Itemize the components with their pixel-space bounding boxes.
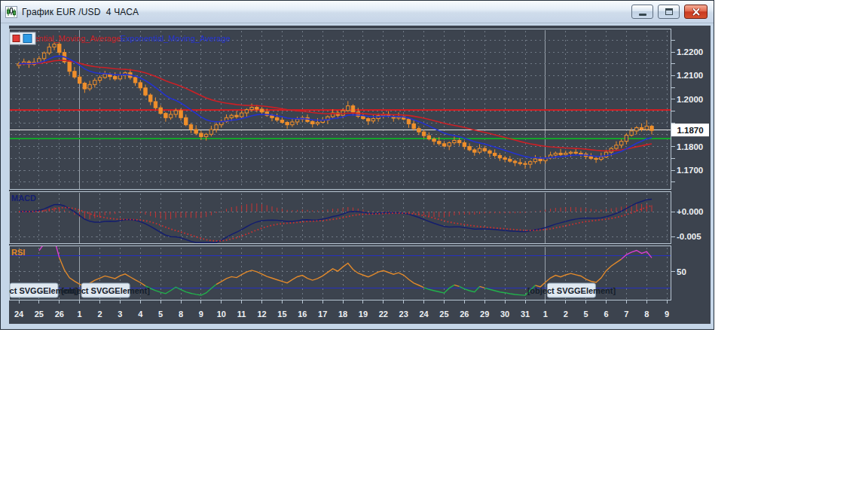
rsi-label: RSI (11, 248, 25, 257)
chart-client-area: MACD+0.000-0.005RSI501.22001.21001.20001… (1, 23, 714, 330)
x-axis-day-label: 22 (379, 310, 388, 319)
window-title: График EUR /USD 4 ЧАСА (22, 7, 139, 17)
price-axis-label: 1.1700 (677, 166, 703, 175)
x-axis-day-label: 9 (665, 310, 669, 319)
x-axis-day-label: 29 (480, 310, 489, 319)
x-axis-day-label: 8 (179, 310, 183, 319)
desktop-background: График EUR /USD 4 ЧАСА MACD+0.000-0.005R… (0, 0, 868, 488)
close-button[interactable] (684, 5, 708, 19)
x-axis-day-label: 4 (138, 310, 143, 319)
x-axis-day-label: 11 (237, 310, 246, 319)
candlestick-chart-icon (5, 6, 17, 18)
window-controls (631, 5, 709, 19)
macd-axis-label: +0.000 (677, 207, 704, 216)
month-button-label: [object SVGGElement] (527, 286, 616, 295)
x-axis-day-label: 24 (14, 310, 24, 319)
x-axis-day-label: 26 (460, 310, 469, 319)
x-axis-day-label: 7 (624, 310, 628, 319)
price-axis-label: 1.2000 (677, 95, 703, 104)
chart-background (9, 26, 711, 324)
x-axis-day-label: 5 (584, 310, 588, 319)
x-axis-day-label: 16 (298, 310, 307, 319)
x-axis-day-label: 15 (277, 310, 286, 319)
x-axis-day-label: 31 (521, 310, 530, 319)
x-axis-day-label: 18 (338, 310, 347, 319)
x-axis-day-label: 6 (604, 310, 608, 319)
x-axis-day-label: 2 (97, 310, 102, 319)
macd-axis-label: -0.005 (677, 232, 701, 241)
maximize-icon (665, 8, 673, 15)
ema-slow-toggle-button[interactable] (13, 35, 20, 42)
price-axis-label: 1.2200 (677, 47, 703, 56)
x-axis-day-label: 2 (564, 310, 568, 319)
x-axis-day-label: 12 (257, 310, 266, 319)
x-axis-day-label: 3 (118, 310, 122, 319)
x-axis-day-label: 8 (644, 310, 649, 319)
ema-fast-toggle-button[interactable] (23, 35, 32, 43)
x-axis-day-label: 24 (419, 310, 429, 319)
x-axis-day-label: 19 (359, 310, 368, 319)
minimize-button[interactable] (631, 5, 653, 19)
rsi-axis-label: 50 (677, 267, 686, 276)
close-icon (692, 8, 701, 16)
macd-label: MACD (11, 194, 36, 203)
x-axis-day-label: 1 (543, 310, 548, 319)
chart-window: График EUR /USD 4 ЧАСА MACD+0.000-0.005R… (0, 0, 714, 330)
x-axis-day-label: 23 (399, 310, 408, 319)
minimize-icon (639, 14, 646, 16)
x-axis-day-label: 30 (500, 310, 509, 319)
x-axis-day-label: 25 (35, 310, 44, 319)
price-axis-label: 1.1800 (677, 142, 703, 151)
price-axis-label: 1.2100 (677, 71, 703, 80)
x-axis-day-label: 9 (199, 310, 203, 319)
x-axis-day-label: 10 (217, 310, 226, 319)
x-axis-day-label: 5 (158, 310, 163, 319)
maximize-button[interactable] (658, 5, 680, 19)
x-axis-day-label: 26 (55, 310, 64, 319)
x-axis-day-label: 25 (439, 310, 448, 319)
month-button-label: [object SVGGElement] (61, 286, 150, 295)
current-price-label: 1.1870 (677, 126, 703, 135)
titlebar[interactable]: График EUR /USD 4 ЧАСА (1, 1, 714, 23)
chart-canvas[interactable]: MACD+0.000-0.005RSI501.22001.21001.20001… (9, 26, 711, 324)
ema-fast-legend-label: Exponential_Moving_Average (121, 34, 231, 43)
x-axis-day-label: 1 (78, 310, 82, 319)
x-axis-day-label: 17 (318, 310, 327, 319)
